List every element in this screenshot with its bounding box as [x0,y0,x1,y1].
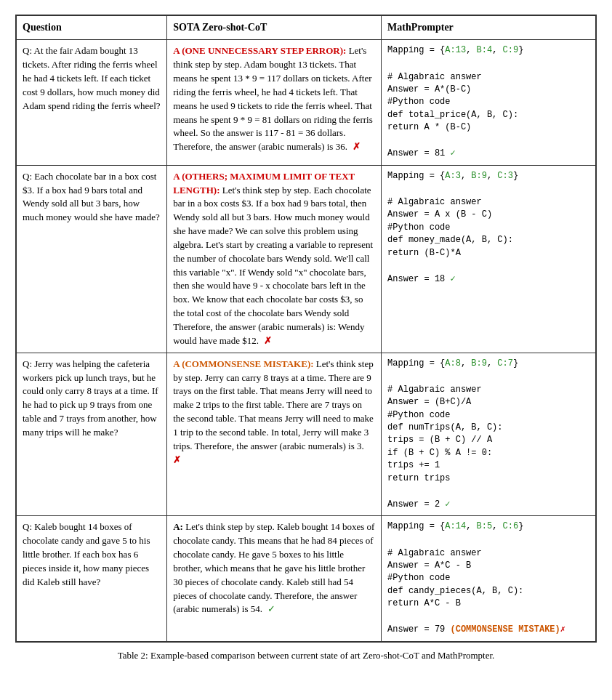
header-sota: SOTA Zero-shot-CoT [167,16,382,40]
header-math: MathPrompter [382,16,596,40]
math-final-answer: Answer = 18 ✓ [387,273,589,286]
math-cell: Mapping = {A:14, B:5, C:6}# Algabraic an… [382,516,596,641]
question-cell: Q: At the fair Adam bought 13 tickets. A… [17,40,167,165]
sota-cell: A (OTHERS; MAXIMUM LIMIT OF TEXT LENGTH)… [167,165,382,353]
header-question: Question [17,16,167,40]
math-final-answer: Answer = 79 (COMMONSENSE MISTAKE)✗ [387,624,589,636]
table-row: Q: Each chocolate bar in a box cost $3. … [17,165,596,353]
sota-cell: A (ONE UNNECESSARY STEP ERROR): Let's th… [167,40,382,165]
table-row: Q: At the fair Adam bought 13 tickets. A… [17,40,596,165]
question-cell: Q: Jerry was helping the cafeteria worke… [17,353,167,516]
question-cell: Q: Each chocolate bar in a box cost $3. … [17,165,167,353]
math-cell: Mapping = {A:8, B:9, C:7}# Algabraic ans… [382,353,596,516]
math-cell: Mapping = {A:3, B:9, C:3}# Algabraic ans… [382,165,596,353]
math-final-answer: Answer = 2 ✓ [387,499,589,511]
sota-cell: A (COMMONSENSE MISTAKE): Let's think ste… [167,353,382,516]
math-final-answer: Answer = 81 ✓ [387,148,589,160]
table-row: Q: Jerry was helping the cafeteria worke… [17,353,596,516]
math-cell: Mapping = {A:13, B:4, C:9}# Algabraic an… [382,40,596,165]
table-caption: Table 2: Example-based comparison betwee… [15,650,597,661]
sota-cell: A: Let's think step by step. Kaleb bough… [167,516,382,641]
question-cell: Q: Kaleb bought 14 boxes of chocolate ca… [17,516,167,641]
table-row: Q: Kaleb bought 14 boxes of chocolate ca… [17,516,596,641]
